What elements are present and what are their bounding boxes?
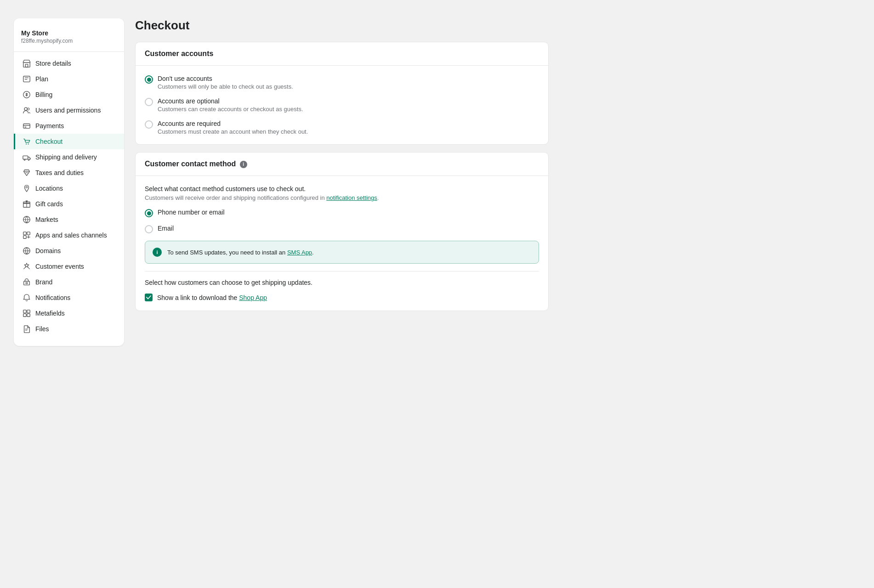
contact-subdescription: Customers will receive order and shippin… [145,194,539,201]
radio-required[interactable] [145,120,153,129]
customer-contact-header: Customer contact method i [136,153,548,176]
sidebar-item-gift-cards[interactable]: Gift cards [14,196,124,212]
sidebar-item-label: Payments [35,122,64,130]
sidebar-item-label: Gift cards [35,200,63,208]
sidebar-item-metafields[interactable]: Metafields [14,305,124,321]
svg-rect-25 [23,310,26,313]
radio-optional-desc: Customers can create accounts or checkou… [158,106,303,113]
svg-rect-2 [23,76,30,82]
radio-optional-label: Accounts are optional [158,97,303,105]
sidebar-item-label: Store details [35,60,71,67]
radio-phone-email-label: Phone number or email [158,209,225,216]
notification-settings-link[interactable]: notification settings [326,194,377,201]
customer-accounts-card: Customer accounts Don't use accounts Cus… [135,42,549,145]
svg-point-12 [28,159,29,161]
sidebar-item-apps-channels[interactable]: Apps and sales channels [14,227,124,243]
sidebar-item-label: Billing [35,91,52,98]
metafields-icon [23,309,31,317]
sidebar-item-locations[interactable]: Locations [14,181,124,196]
notifications-icon [23,294,31,302]
apps-icon [23,231,31,239]
radio-option-no-accounts[interactable]: Don't use accounts Customers will only b… [145,75,539,90]
radio-option-phone-email[interactable]: Phone number or email [145,209,539,217]
gift-icon [23,200,31,208]
sidebar-item-label: Shipping and delivery [35,153,97,161]
sms-info-banner: i To send SMS updates, you need to insta… [145,241,539,264]
customer-accounts-header: Customer accounts [136,42,548,66]
sidebar-item-checkout[interactable]: Checkout [14,134,124,149]
domains-icon [23,247,31,255]
radio-email-only-label: Email [158,225,174,232]
shop-app-link[interactable]: Shop App [239,294,267,301]
store-icon [23,59,31,68]
radio-optional[interactable] [145,98,153,106]
svg-rect-1 [25,64,28,67]
sidebar-item-domains[interactable]: Domains [14,243,124,259]
sidebar-item-shipping-delivery[interactable]: Shipping and delivery [14,149,124,165]
radio-no-accounts[interactable] [145,75,153,84]
radio-option-required[interactable]: Accounts are required Customers must cre… [145,120,539,135]
customer-contact-title: Customer contact method i [145,160,539,168]
svg-rect-10 [23,156,28,159]
svg-point-4 [24,107,27,110]
shop-app-checkbox[interactable] [145,294,153,301]
sidebar-item-markets[interactable]: Markets [14,212,124,227]
svg-rect-7 [25,127,27,128]
sidebar-item-label: Domains [35,247,61,254]
sidebar-item-payments[interactable]: Payments [14,118,124,134]
store-name: My Store [21,29,117,37]
section-divider [145,271,539,271]
contact-method-info-icon[interactable]: i [240,161,247,168]
sidebar-divider [14,51,124,52]
shipping-icon [23,153,31,161]
svg-point-9 [28,143,29,144]
files-icon [23,325,31,333]
svg-rect-0 [23,62,30,67]
customer-contact-card: Customer contact method i Select what co… [135,152,549,311]
taxes-icon [23,169,31,177]
radio-required-desc: Customers must create an account when th… [158,128,308,135]
svg-rect-21 [23,236,26,238]
sidebar-item-files[interactable]: Files [14,321,124,337]
shop-app-checkbox-label: Show a link to download the Shop App [157,294,267,301]
checkout-icon [23,137,31,146]
billing-icon [23,90,31,99]
customer-accounts-body: Don't use accounts Customers will only b… [136,66,548,144]
sidebar-item-taxes-duties[interactable]: Taxes and duties [14,165,124,181]
svg-rect-23 [24,281,30,285]
radio-option-optional[interactable]: Accounts are optional Customers can crea… [145,97,539,113]
customer-contact-body: Select what contact method customers use… [136,176,548,311]
sidebar-item-label: Users and permissions [35,107,101,114]
markets-icon [23,215,31,224]
sidebar-item-notifications[interactable]: Notifications [14,290,124,305]
svg-rect-27 [23,314,26,317]
sidebar-item-brand[interactable]: Brand [14,274,124,290]
sidebar-item-store-details[interactable]: Store details [14,56,124,71]
plan-icon [23,75,31,83]
sidebar-item-users-permissions[interactable]: Users and permissions [14,102,124,118]
sidebar: My Store f28ffe.myshopify.com Store deta… [14,18,124,346]
svg-rect-20 [27,232,30,235]
sidebar-item-plan[interactable]: Plan [14,71,124,87]
sidebar-item-label: Brand [35,278,52,286]
sidebar-item-billing[interactable]: Billing [14,87,124,102]
radio-email-only[interactable] [145,225,153,233]
shop-app-checkbox-option[interactable]: Show a link to download the Shop App [145,294,539,301]
sidebar-item-customer-events[interactable]: Customer events [14,259,124,274]
radio-no-accounts-desc: Customers will only be able to check out… [158,83,293,90]
sidebar-item-label: Checkout [35,138,62,145]
svg-rect-26 [27,310,30,313]
sidebar-item-label: Apps and sales channels [35,232,107,239]
sidebar-item-label: Locations [35,185,63,192]
sms-app-link[interactable]: SMS App [287,249,312,256]
location-icon [23,184,31,192]
radio-phone-email[interactable] [145,209,153,217]
brand-icon [23,278,31,286]
radio-no-accounts-label: Don't use accounts [158,75,293,82]
svg-rect-19 [23,232,26,235]
radio-option-email-only[interactable]: Email [145,225,539,233]
svg-point-15 [26,187,28,188]
sidebar-item-label: Markets [35,216,58,223]
svg-point-11 [24,159,25,161]
sidebar-item-label: Metafields [35,310,65,317]
